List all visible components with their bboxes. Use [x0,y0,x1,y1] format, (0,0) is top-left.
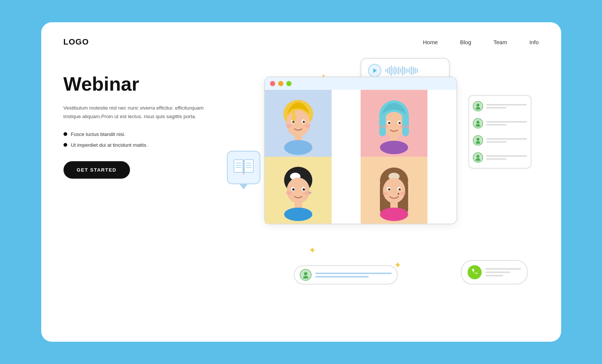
video-cell-4 [361,157,427,224]
bullet-dot-2 [64,143,67,147]
participant-info-3 [486,138,527,143]
video-cell-2 [361,90,427,157]
avatar-darkhair [276,162,320,218]
wave-bar [393,67,394,74]
wave-bar [406,68,407,73]
nav-blog[interactable]: Blog [460,39,471,45]
wave-bar [407,69,409,72]
participant-avatar-4 [473,152,483,163]
svg-point-30 [303,188,305,191]
sparkle-2: ✦ [309,246,316,255]
video-grid [265,90,456,224]
feature-list: Fusce luctus blandit nisi. Ut imperdiet … [64,131,219,148]
hero-section: Webinar Vestibulum molestie nisl nec nun… [64,62,219,179]
participant-info-4 [486,155,527,160]
feature-text-1: Fusce luctus blandit nisi. [71,131,126,137]
wave-bar [387,68,388,73]
nav-info[interactable]: Info [529,39,538,45]
svg-point-61 [476,124,480,127]
play-icon [373,68,377,73]
wave-bar [385,69,386,72]
svg-point-23 [380,141,408,154]
phone-icon [471,269,478,276]
book-icon [233,158,254,177]
page-card: LOGO Home Blog Team Info Webinar Vestibu… [41,22,561,342]
wave-bar [415,68,416,74]
navbar: LOGO Home Blog Team Info [64,37,539,47]
svg-point-65 [476,158,480,161]
dot-red [270,81,275,86]
chat-avatar [300,269,312,281]
nav-home[interactable]: Home [423,39,438,45]
svg-rect-51 [243,160,245,172]
svg-point-48 [380,208,408,221]
video-cell-1 [265,90,332,157]
svg-point-58 [476,104,479,107]
wave-bar [409,67,410,74]
dot-green [286,81,292,86]
svg-point-42 [388,188,390,191]
svg-point-7 [305,124,310,128]
svg-point-33 [309,192,311,194]
svg-point-44 [398,193,399,195]
wave-bar [394,66,396,75]
participant-avatar-3 [473,135,483,146]
svg-rect-50 [244,160,253,172]
feature-text-2: Ut imperdiet dui at tincidunt mattis. [71,142,148,148]
participant-info-2 [486,121,527,126]
wave-bar [411,66,412,75]
feature-item-2: Ut imperdiet dui at tincidunt mattis. [64,142,219,148]
svg-point-39 [383,178,405,203]
svg-point-64 [476,155,479,158]
svg-point-26 [287,178,310,204]
avatar-brownhair [372,162,416,218]
wave-bar [402,66,403,75]
participant-1 [473,101,527,111]
wave-bar [398,66,399,75]
svg-point-16 [388,122,390,124]
participant-avatar-2 [473,118,483,129]
bullet-dot-1 [64,132,67,136]
svg-point-21 [400,125,406,129]
call-info-lines [485,268,521,276]
participant-2 [473,118,527,129]
svg-point-43 [398,188,401,191]
avatar-blonde [276,95,320,151]
wave-bar [391,65,392,76]
svg-point-62 [476,138,479,141]
call-icon-circle [468,265,482,279]
illustration-area: ✦ ✦ ✦ [234,62,539,314]
svg-point-11 [383,112,405,137]
wave-bar [404,67,405,74]
svg-point-66 [304,272,307,276]
participant-3 [473,135,527,146]
svg-point-9 [284,140,312,155]
nav-links: Home Blog Team Info [423,39,539,45]
video-window [264,77,457,224]
svg-point-5 [303,121,305,123]
svg-point-29 [292,188,295,191]
participant-info-1 [486,104,527,108]
svg-point-46 [400,192,406,195]
feature-item-1: Fusce luctus blandit nisi. [64,131,219,137]
svg-point-4 [292,121,295,123]
call-bubble[interactable] [461,260,528,285]
svg-point-1 [286,110,310,137]
nav-team[interactable]: Team [494,39,507,45]
svg-point-59 [476,107,480,110]
logo: LOGO [64,37,89,47]
waveform [385,65,442,76]
participant-avatar-1 [473,101,483,111]
wave-bar [396,68,397,74]
cta-button[interactable]: GET STARTED [64,161,130,179]
svg-rect-49 [234,160,243,172]
svg-point-67 [303,276,308,279]
participant-4 [473,152,527,163]
wave-bar [417,68,418,73]
play-button[interactable] [368,64,381,77]
svg-point-35 [284,208,312,221]
svg-point-60 [476,121,479,124]
chat-input-lines [315,273,392,277]
svg-point-20 [383,125,388,129]
chat-bar[interactable] [294,265,398,285]
